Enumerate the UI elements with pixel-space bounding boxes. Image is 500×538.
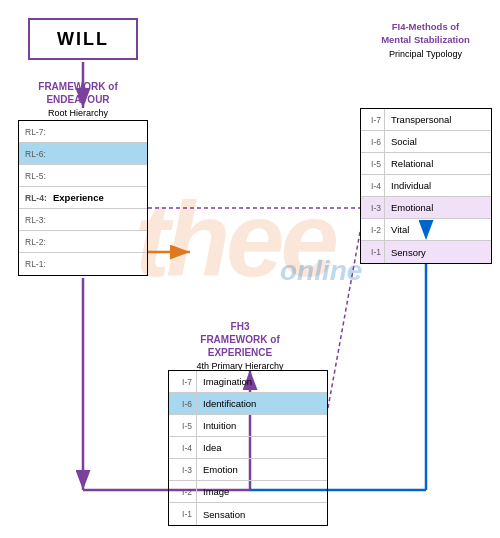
rh-table-row: RL-7: xyxy=(19,121,147,143)
will-box: WILL xyxy=(28,18,138,60)
thee-online-watermark: online xyxy=(280,255,362,287)
fi4-table-row: I-2Vital xyxy=(361,219,491,241)
fi4-table: I-7TranspersonalI-6SocialI-5RelationalI-… xyxy=(360,108,492,264)
will-label: WILL xyxy=(57,29,109,50)
framework-endeavour-label: FRAMEWORK of ENDEAVOUR Root Hierarchy xyxy=(18,80,138,120)
rh-table-row: RL-3: xyxy=(19,209,147,231)
exp-table-row: I-6Identification xyxy=(169,393,327,415)
rh-table-row: RL-4:Experience xyxy=(19,187,147,209)
fi4-table-row: I-3Emotional xyxy=(361,197,491,219)
rh-table-row: RL-1: xyxy=(19,253,147,275)
root-hierarchy-table: RL-7:RL-6:RL-5:RL-4:ExperienceRL-3:RL-2:… xyxy=(18,120,148,276)
exp-table-row: I-1Sensation xyxy=(169,503,327,525)
rh-table-row: RL-6: xyxy=(19,143,147,165)
fi4-table-row: I-5Relational xyxy=(361,153,491,175)
fi4-header: FI4-Methods of Mental Stabilization Prin… xyxy=(358,20,493,60)
fi4-table-row: I-7Transpersonal xyxy=(361,109,491,131)
fi4-table-row: I-6Social xyxy=(361,131,491,153)
exp-table-row: I-2Image xyxy=(169,481,327,503)
exp-table-row: I-3Emotion xyxy=(169,459,327,481)
thee-watermark: thee xyxy=(135,180,335,300)
fh3-label: FH3 FRAMEWORK of EXPERIENCE 4th Primary … xyxy=(170,320,310,373)
svg-line-14 xyxy=(328,232,360,408)
exp-table-row: I-5Intuition xyxy=(169,415,327,437)
rh-table-row: RL-5: xyxy=(19,165,147,187)
experience-table: I-7ImaginationI-6IdentificationI-5Intuit… xyxy=(168,370,328,526)
fi4-table-row: I-1Sensory xyxy=(361,241,491,263)
fi4-table-row: I-4Individual xyxy=(361,175,491,197)
exp-table-row: I-4Idea xyxy=(169,437,327,459)
rh-table-row: RL-2: xyxy=(19,231,147,253)
exp-table-row: I-7Imagination xyxy=(169,371,327,393)
